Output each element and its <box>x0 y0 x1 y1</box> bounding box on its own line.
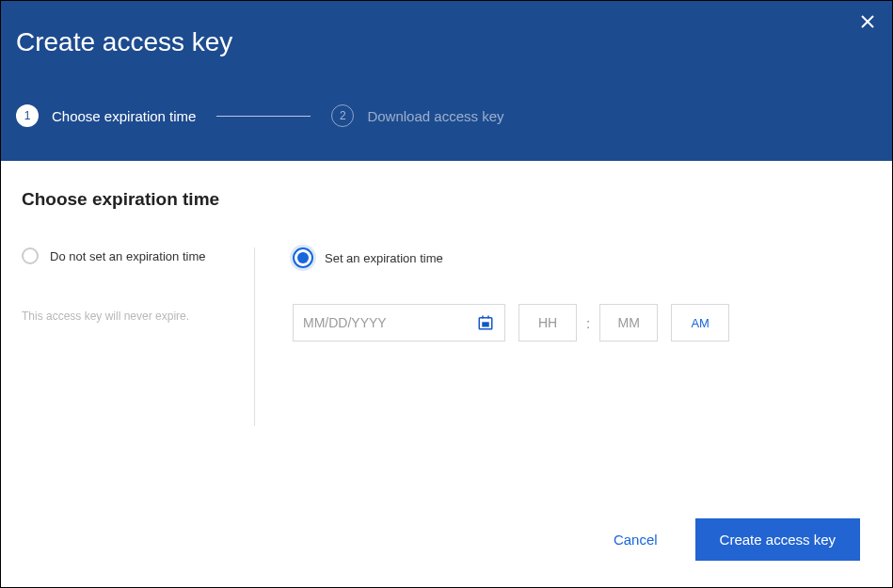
no-expiration-hint: This access key will never expire. <box>22 310 235 323</box>
step-2[interactable]: 2 Download access key <box>331 104 503 127</box>
step-1[interactable]: 1 Choose expiration time <box>16 104 196 127</box>
option-set-expiration: Set an expiration time : <box>255 247 871 426</box>
close-button[interactable] <box>854 8 881 35</box>
modal-body: Choose expiration time Do not set an exp… <box>1 161 892 500</box>
minute-input[interactable] <box>600 315 657 330</box>
step-1-number: 1 <box>16 104 39 127</box>
option-no-expiration: Do not set an expiration time This acces… <box>22 247 255 426</box>
radio-set-expiration-label: Set an expiration time <box>325 251 443 265</box>
modal-title: Create access key <box>16 27 866 57</box>
minute-input-wrap <box>599 304 658 342</box>
radio-no-expiration-control[interactable] <box>22 247 39 264</box>
close-icon <box>860 14 875 29</box>
date-input[interactable] <box>303 315 454 330</box>
calendar-icon <box>477 314 494 331</box>
datetime-inputs: : AM <box>293 304 871 342</box>
hour-input[interactable] <box>519 315 576 330</box>
radio-set-expiration[interactable]: Set an expiration time <box>293 247 871 268</box>
radio-no-expiration[interactable]: Do not set an expiration time <box>22 247 235 264</box>
step-1-label: Choose expiration time <box>52 108 196 124</box>
date-input-wrap <box>293 304 505 342</box>
radio-no-expiration-label: Do not set an expiration time <box>50 249 205 263</box>
calendar-button[interactable] <box>476 313 495 332</box>
modal-footer: Cancel Create access key <box>1 500 892 587</box>
radio-set-expiration-control[interactable] <box>293 247 313 268</box>
hour-input-wrap <box>518 304 577 342</box>
ampm-label: AM <box>691 316 710 330</box>
step-2-number: 2 <box>331 104 354 127</box>
stepper: 1 Choose expiration time 2 Download acce… <box>16 104 866 127</box>
step-connector <box>216 116 311 117</box>
create-access-key-button[interactable]: Create access key <box>695 518 860 561</box>
create-access-key-modal: Create access key 1 Choose expiration ti… <box>0 0 893 588</box>
step-2-label: Download access key <box>367 108 503 124</box>
time-colon: : <box>586 315 590 331</box>
ampm-toggle[interactable]: AM <box>671 304 729 342</box>
modal-header: Create access key 1 Choose expiration ti… <box>1 1 892 161</box>
svg-rect-1 <box>482 322 489 326</box>
section-title: Choose expiration time <box>22 189 871 210</box>
cancel-button[interactable]: Cancel <box>614 532 658 548</box>
expiration-options: Do not set an expiration time This acces… <box>22 247 871 426</box>
